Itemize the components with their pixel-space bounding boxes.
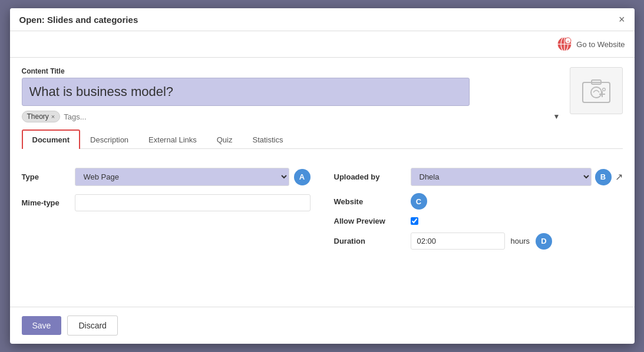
tab-external-links[interactable]: External Links [138, 129, 207, 149]
left-panel: Type Web Page A Mime-type [22, 168, 311, 285]
modal-header: Open: Slides and categories × [10, 8, 635, 31]
tab-statistics[interactable]: Statistics [242, 129, 293, 149]
go-to-website-label: Go to Website [576, 40, 625, 49]
svg-point-8 [591, 87, 602, 98]
svg-rect-7 [583, 82, 610, 102]
go-to-website-button[interactable]: + Go to Website [556, 36, 625, 52]
modal-body: Content Title Theory × ▼ [10, 58, 635, 307]
save-button[interactable]: Save [22, 316, 62, 335]
tags-row: Theory × ▼ [22, 111, 560, 122]
website-label: Website [334, 197, 405, 206]
tag-close-button[interactable]: × [51, 113, 55, 120]
camera-icon [582, 78, 611, 104]
uploaded-by-select-wrapper: Dhela B ↗ [411, 168, 623, 186]
type-label: Type [22, 172, 69, 181]
duration-input[interactable] [411, 233, 505, 250]
mime-label: Mime-type [22, 198, 69, 207]
website-row: Website C [334, 193, 623, 210]
content-title-section: Content Title Theory × ▼ [22, 67, 623, 122]
discard-button[interactable]: Discard [67, 316, 117, 336]
allow-preview-checkbox[interactable] [411, 217, 418, 225]
hours-label: hours [511, 237, 530, 245]
duration-label: Duration [334, 237, 405, 245]
content-title-left: Content Title Theory × ▼ [22, 67, 560, 122]
content-title-input[interactable] [22, 78, 470, 106]
tabs-row: Document Description External Links Quiz… [22, 129, 623, 149]
tab-quiz[interactable]: Quiz [207, 129, 243, 149]
tags-input[interactable] [64, 112, 549, 121]
tab-document[interactable]: Document [22, 129, 81, 149]
type-select-wrapper: Web Page A [75, 168, 311, 186]
close-button[interactable]: × [619, 14, 625, 25]
type-select[interactable]: Web Page [75, 168, 289, 186]
external-link-icon[interactable]: ↗ [615, 171, 623, 182]
allow-preview-label: Allow Preview [334, 217, 405, 225]
photo-placeholder [570, 67, 623, 114]
modal-title: Open: Slides and categories [19, 15, 138, 25]
mime-row: Mime-type [22, 194, 311, 211]
tags-dropdown-button[interactable]: ▼ [553, 112, 560, 121]
badge-c: C [411, 193, 427, 210]
type-row: Type Web Page A [22, 168, 311, 186]
svg-point-11 [603, 89, 605, 91]
badge-d: D [536, 233, 552, 250]
modal-container: Open: Slides and categories × + Go to We… [10, 8, 635, 344]
badge-a: A [294, 169, 311, 185]
mime-input[interactable] [75, 194, 311, 211]
allow-preview-row: Allow Preview [334, 217, 623, 225]
right-panel: Uploaded by Dhela B ↗ Website C [334, 168, 623, 285]
uploaded-by-select[interactable]: Dhela [411, 168, 592, 186]
uploaded-by-row: Uploaded by Dhela B ↗ [334, 168, 623, 186]
uploaded-by-label: Uploaded by [334, 172, 405, 181]
tab-description[interactable]: Description [80, 129, 138, 149]
modal-toolbar: + Go to Website [10, 31, 635, 58]
theory-tag: Theory × [22, 111, 61, 122]
modal-footer: Save Discard [10, 307, 635, 344]
duration-row: Duration hours D [334, 233, 623, 250]
content-title-label: Content Title [22, 67, 560, 75]
badge-b: B [595, 169, 612, 185]
content-panels: Type Web Page A Mime-type Up [22, 156, 623, 297]
svg-text:+: + [567, 39, 570, 44]
globe-icon: + [556, 36, 573, 52]
tag-label: Theory [27, 112, 49, 121]
